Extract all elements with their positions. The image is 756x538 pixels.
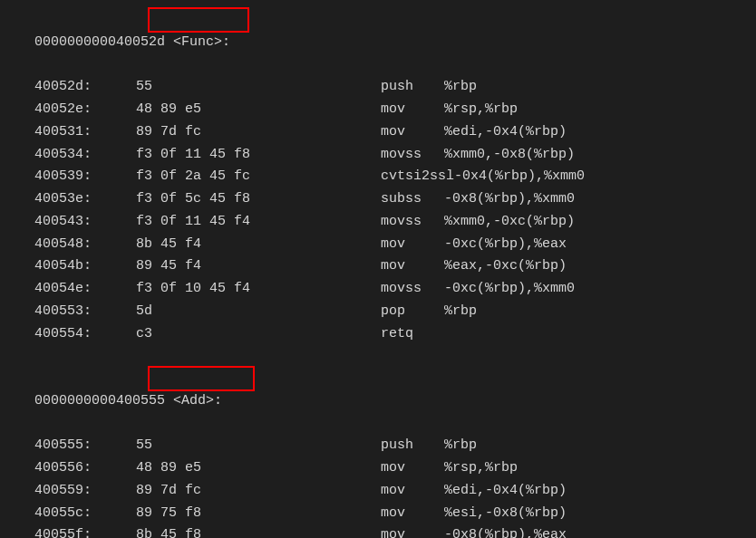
address: 40054e:: [18, 278, 136, 301]
mnemonic: movss: [381, 144, 444, 167]
disassembly-block-add: 400555:55push%rbp 400556:48 89 e5mov%rsp…: [0, 435, 756, 538]
mnemonic: subss: [381, 188, 444, 211]
disasm-line: 400555:55push%rbp: [0, 435, 756, 457]
mnemonic: mov: [381, 480, 444, 503]
disasm-line: 40052d:55push%rbp: [0, 76, 756, 99]
operands: %xmm0,-0xc(%rbp): [444, 211, 575, 234]
bytes: 8b 45 f4: [136, 234, 381, 256]
bytes: 48 89 e5: [136, 457, 381, 480]
address: 400531:: [18, 121, 136, 144]
address: 400556:: [18, 457, 136, 480]
disasm-line: 400534:f3 0f 11 45 f8movss%xmm0,-0x8(%rb…: [0, 144, 756, 167]
disasm-line: 40055c:89 75 f8mov%esi,-0x8(%rbp): [0, 503, 756, 525]
bytes: f3 0f 2a 45 fc: [136, 166, 381, 188]
address: 400555:: [18, 435, 136, 457]
mnemonic: pop: [381, 301, 444, 323]
mnemonic: retq: [381, 323, 444, 346]
mnemonic: movss: [381, 211, 444, 234]
operands: -0x8(%rbp),%xmm0: [444, 188, 575, 211]
operands: %eax,-0xc(%rbp): [444, 255, 567, 278]
disasm-line: 400548:8b 45 f4mov-0xc(%rbp),%eax: [0, 234, 756, 256]
bytes: 89 7d fc: [136, 480, 381, 503]
mnemonic: movss: [381, 278, 444, 301]
disasm-line: 40054e:f3 0f 10 45 f4movss-0xc(%rbp),%xm…: [0, 278, 756, 301]
mnemonic: cvtsi2ssl: [381, 166, 454, 188]
bytes: 5d: [136, 301, 381, 323]
operands: %xmm0,-0x8(%rbp): [444, 144, 575, 167]
address: 400553:: [18, 301, 136, 323]
bytes: f3 0f 11 45 f8: [136, 144, 381, 167]
mnemonic: mov: [381, 99, 444, 121]
symbol-header-add: 0000000000400555 <Add>:: [0, 368, 756, 435]
bytes: 89 7d fc: [136, 121, 381, 144]
address: 400559:: [18, 480, 136, 503]
symbol-address: 000000000040052d: [34, 34, 165, 50]
mnemonic: mov: [381, 234, 444, 256]
address: 400543:: [18, 211, 136, 234]
mnemonic: mov: [381, 503, 444, 525]
address: 40055c:: [18, 503, 136, 525]
bytes: 55: [136, 435, 381, 457]
operands: %rbp: [444, 76, 477, 99]
disasm-line: 400543:f3 0f 11 45 f4movss%xmm0,-0xc(%rb…: [0, 211, 756, 234]
disassembly-block-func: 40052d:55push%rbp 40052e:48 89 e5mov%rsp…: [0, 76, 756, 345]
symbol-address: 0000000000400555: [34, 393, 165, 408]
address: 40054b:: [18, 255, 136, 278]
disasm-line: 40054b:89 45 f4mov%eax,-0xc(%rbp): [0, 255, 756, 278]
mnemonic: mov: [381, 457, 444, 480]
address: 400539:: [18, 166, 136, 188]
disasm-line: 400531:89 7d fcmov%edi,-0x4(%rbp): [0, 121, 756, 144]
disasm-line: 40052e:48 89 e5mov%rsp,%rbp: [0, 99, 756, 121]
disasm-line: 400539:f3 0f 2a 45 fccvtsi2ssl-0x4(%rbp)…: [0, 166, 756, 188]
disasm-line: 400554:c3retq: [0, 323, 756, 346]
disasm-line: 40053e:f3 0f 5c 45 f8subss-0x8(%rbp),%xm…: [0, 188, 756, 211]
bytes: 89 45 f4: [136, 255, 381, 278]
highlight-func: [148, 7, 249, 33]
operands: %rbp: [444, 435, 477, 457]
operands: %rsp,%rbp: [444, 99, 518, 121]
address: 400534:: [18, 144, 136, 167]
disasm-line: 400559:89 7d fcmov%edi,-0x4(%rbp): [0, 480, 756, 503]
operands: %edi,-0x4(%rbp): [444, 480, 567, 503]
symbol-name: <Add>:: [173, 393, 222, 408]
disasm-line: 400553:5dpop%rbp: [0, 301, 756, 323]
bytes: f3 0f 10 45 f4: [136, 278, 381, 301]
address: 40052d:: [18, 76, 136, 99]
bytes: 48 89 e5: [136, 99, 381, 121]
mnemonic: mov: [381, 524, 444, 538]
symbol-header-func: 000000000040052d <Func>:: [0, 9, 756, 76]
operands: %rbp: [444, 301, 477, 323]
disasm-line: 400556:48 89 e5mov%rsp,%rbp: [0, 457, 756, 480]
operands: %rsp,%rbp: [444, 457, 518, 480]
bytes: f3 0f 5c 45 f8: [136, 188, 381, 211]
disasm-line: 40055f:8b 45 f8mov-0x8(%rbp),%eax: [0, 524, 756, 538]
operands: -0xc(%rbp),%xmm0: [444, 278, 575, 301]
address: 40055f:: [18, 524, 136, 538]
symbol-name: <Func>:: [173, 34, 230, 50]
address: 400554:: [18, 323, 136, 346]
address: 40052e:: [18, 99, 136, 121]
bytes: f3 0f 11 45 f4: [136, 211, 381, 234]
address: 40053e:: [18, 188, 136, 211]
operands: -0x8(%rbp),%eax: [444, 524, 567, 538]
mnemonic: mov: [381, 255, 444, 278]
mnemonic: mov: [381, 121, 444, 144]
mnemonic: push: [381, 435, 444, 457]
bytes: 89 75 f8: [136, 503, 381, 525]
address: 400548:: [18, 234, 136, 256]
operands: %esi,-0x8(%rbp): [444, 503, 567, 525]
operands: -0xc(%rbp),%eax: [444, 234, 567, 256]
blank-line: [0, 345, 756, 368]
operands: -0x4(%rbp),%xmm0: [454, 166, 585, 188]
operands: %edi,-0x4(%rbp): [444, 121, 567, 144]
bytes: 8b 45 f8: [136, 524, 381, 538]
mnemonic: push: [381, 76, 444, 99]
bytes: c3: [136, 323, 381, 346]
bytes: 55: [136, 76, 381, 99]
highlight-add: [148, 366, 255, 391]
